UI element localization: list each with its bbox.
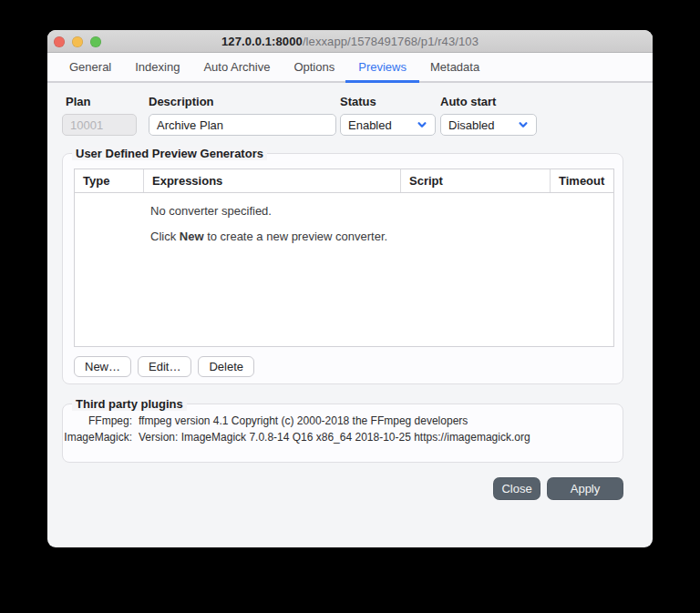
generators-table-header: Type Expressions Script Timeout [75,169,613,193]
plan-label: Plan [66,95,90,108]
plan-input: 10001 [62,114,137,136]
title-bar[interactable]: 127.0.0.1:8000/lexxapp/1578491768/p1/r43… [47,30,653,53]
plugin-row-ffmpeg: FFmpeg: ffmpeg version 4.1 Copyright (c)… [63,414,623,428]
chevron-down-icon [518,119,529,130]
minimize-window-icon[interactable] [72,36,83,47]
desktop-background: 127.0.0.1:8000/lexxapp/1578491768/p1/r43… [0,0,700,613]
window-title: 127.0.0.1:8000/lexxapp/1578491768/p1/r43… [221,35,479,48]
status-select[interactable]: Enabled [340,114,436,136]
plugin-info: Version: ImageMagick 7.0.8-14 Q16 x86_64… [139,431,530,444]
tab-previews[interactable]: Previews [358,53,407,81]
third-party-plugins-group: Third party plugins FFmpeg: ffmpeg versi… [62,404,623,463]
traffic-lights [47,30,111,53]
empty-line-2: Click New to create a new preview conver… [150,230,613,243]
auto-start-value: Disabled [448,118,495,132]
column-header-expressions[interactable]: Expressions [144,169,401,192]
plugin-name: FFmpeg: [63,414,132,428]
description-input[interactable]: Archive Plan [149,114,336,136]
status-label: Status [340,95,376,108]
third-party-plugins-legend: Third party plugins [72,397,187,411]
plugin-name: ImageMagick: [63,431,132,444]
generators-table: Type Expressions Script Timeout No conve… [74,169,614,347]
tab-metadata[interactable]: Metadata [430,53,479,81]
plugin-info: ffmpeg version 4.1 Copyright (c) 2000-20… [139,414,468,428]
empty-line-2-prefix: Click [150,230,180,243]
preview-generators-group: User Defined Preview Generators Type Exp… [62,153,623,384]
app-window: 127.0.0.1:8000/lexxapp/1578491768/p1/r43… [47,30,653,547]
auto-start-select[interactable]: Disabled [440,114,537,136]
window-title-path: /lexxapp/1578491768/p1/r43/103 [303,35,479,48]
plan-value: 10001 [70,118,103,132]
tab-general[interactable]: General [69,53,111,81]
edit-button[interactable]: Edit… [138,356,191,377]
tab-label: Auto Archive [203,60,270,74]
delete-button[interactable]: Delete [198,356,254,377]
preview-generators-legend: User Defined Preview Generators [72,147,267,160]
new-button[interactable]: New… [74,356,131,377]
tab-active-underline [345,80,419,83]
auto-start-label: Auto start [440,95,496,108]
tab-auto-archive[interactable]: Auto Archive [203,53,270,81]
zoom-window-icon[interactable] [90,36,101,47]
empty-state-message: No converter specified. Click New to cre… [75,193,613,243]
tab-label: Previews [358,60,407,74]
generator-actions: New… Edit… Delete [74,356,254,377]
description-value: Archive Plan [157,118,223,132]
tab-label: Metadata [430,60,479,74]
tab-bar: General Indexing Auto Archive Options Pr… [47,53,653,83]
chevron-down-icon [417,119,427,130]
empty-line-1: No converter specified. [150,204,613,218]
status-value: Enabled [348,118,392,132]
close-button[interactable]: Close [493,477,540,500]
tab-indexing[interactable]: Indexing [135,53,180,81]
empty-line-2-bold: New [180,230,204,243]
tab-label: Options [293,60,335,74]
column-header-type[interactable]: Type [75,169,144,192]
window-title-host: 127.0.0.1:8000 [221,35,303,48]
description-label: Description [149,95,214,108]
plugin-row-imagemagick: ImageMagick: Version: ImageMagick 7.0.8-… [63,431,623,444]
tab-label: Indexing [135,60,180,74]
tab-options[interactable]: Options [293,53,335,81]
empty-line-2-suffix: to create a new preview converter. [204,230,388,243]
generators-table-body[interactable]: No converter specified. Click New to cre… [75,193,613,347]
close-window-icon[interactable] [54,36,65,47]
column-header-timeout[interactable]: Timeout [551,169,613,192]
column-header-script[interactable]: Script [401,169,551,192]
apply-button[interactable]: Apply [547,477,623,500]
tab-label: General [69,60,111,74]
